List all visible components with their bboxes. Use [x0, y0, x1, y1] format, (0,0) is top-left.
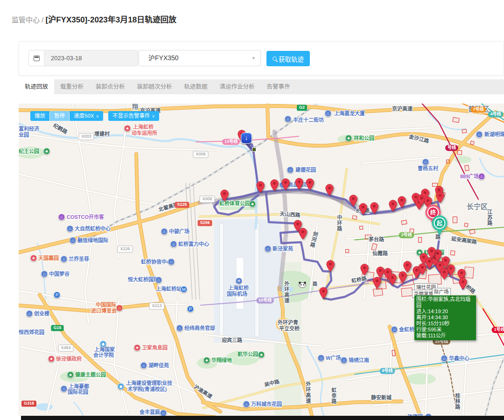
building-poi-icon[interactable]: ⌂ [176, 325, 183, 332]
track-point-pin[interactable] [295, 178, 303, 192]
parking-poi-icon[interactable]: P [54, 292, 61, 299]
building-poi-icon[interactable]: ⌂ [70, 237, 77, 244]
pause-button[interactable]: 暂停 [50, 111, 69, 121]
track-point-pin[interactable] [270, 179, 279, 193]
track-point-pin[interactable] [388, 273, 397, 287]
track-point-pin[interactable] [220, 189, 229, 203]
park-poi-icon[interactable]: ♣ [67, 371, 74, 378]
track-point-pin[interactable] [389, 200, 397, 214]
parking-poi-icon[interactable]: P [187, 306, 194, 313]
tab-alarm-events[interactable]: 告警事件 [261, 79, 296, 94]
fetch-track-button[interactable]: 获取轨迹 [266, 51, 310, 66]
park-poi-icon[interactable]: ♣ [249, 201, 256, 208]
metro-line-badge: S125 [175, 202, 189, 208]
landmark-poi-icon[interactable]: ★ [134, 344, 141, 351]
track-point-pin[interactable] [440, 268, 448, 282]
building-poi-icon[interactable]: ⌂ [26, 310, 33, 317]
building-poi-icon[interactable]: ⌂ [155, 277, 162, 284]
track-point-pin[interactable] [398, 196, 406, 210]
building-poi-icon[interactable]: ⌂ [168, 259, 175, 266]
fence-polygon [453, 217, 457, 223]
landmark-poi-icon[interactable]: ★ [30, 255, 37, 262]
building-poi-icon[interactable]: ⌂ [61, 385, 68, 392]
track-point-pin[interactable] [370, 202, 378, 216]
tab-load-points[interactable]: 装卸点分析 [90, 79, 131, 94]
park-poi-icon[interactable]: ♣ [43, 148, 50, 155]
building-poi-icon[interactable]: ⌂ [170, 241, 177, 248]
building-poi-icon[interactable]: ⌂ [391, 326, 398, 333]
svg-text:起: 起 [436, 220, 443, 227]
park-poi-icon[interactable]: ♣ [203, 357, 210, 364]
track-point-pin[interactable] [326, 260, 335, 274]
road-number-badge: X213 [149, 302, 164, 309]
building-poi-icon[interactable]: ⌂ [140, 362, 147, 369]
track-point-pin[interactable] [436, 191, 444, 205]
building-poi-icon[interactable]: ⌂ [287, 167, 294, 174]
building-poi-icon[interactable]: ⌂ [441, 355, 448, 362]
building-poi-icon[interactable]: ⌂ [243, 401, 250, 408]
vehicle-position-marker[interactable]: ↓ [241, 133, 252, 144]
tab-track-data[interactable]: 轨迹数据 [178, 79, 214, 94]
track-point-pin[interactable] [325, 184, 334, 198]
track-point-pin[interactable] [359, 203, 367, 217]
map-label: 桂林路 [454, 393, 460, 410]
park-poi-icon[interactable]: ♣ [258, 351, 265, 358]
road-number-badge: X464 [58, 344, 73, 351]
map-label: 中国梦谷 [49, 271, 70, 277]
date-picker[interactable]: 2023-03-18 [28, 50, 138, 66]
building-poi-icon[interactable]: ⌂ [67, 225, 74, 232]
fence-polygon [464, 223, 468, 227]
park-poi-icon[interactable]: ♣ [345, 135, 352, 142]
track-point-pin[interactable] [299, 228, 307, 242]
building-poi-icon[interactable]: ⌂ [41, 271, 48, 278]
track-point-pin[interactable] [459, 278, 467, 292]
school-poi-icon[interactable]: ◆ [100, 341, 107, 348]
breadcrumb-root[interactable]: 监管中心 [12, 16, 40, 24]
bottom-scrollbar[interactable] [21, 416, 504, 420]
building-poi-icon[interactable]: ⌂ [161, 228, 168, 235]
track-point-pin[interactable] [349, 195, 357, 209]
metro-station-icon[interactable]: M [181, 286, 188, 293]
shopping-poi-icon[interactable]: ⌂ [58, 214, 65, 221]
map-label: 虹幸路 [330, 387, 336, 404]
building-poi-icon[interactable]: ⌂ [476, 131, 483, 138]
map-canvas[interactable]: 京沪高速京沪高速普陀区翔上海嘉龙大厦丰庄十二街坊祥和公园新湖明珠城金沙江路曹杨五… [19, 104, 504, 416]
building-poi-icon[interactable]: ⌂ [61, 256, 68, 263]
track-point-pin[interactable] [319, 287, 328, 301]
building-poi-icon[interactable]: ⌂ [422, 159, 429, 166]
building-poi-icon[interactable]: ⌂ [425, 413, 432, 416]
shopping-poi-icon[interactable]: ⌂ [478, 173, 485, 180]
vehicle-select[interactable]: 沪FYX350 ▾ [139, 50, 261, 66]
track-point-pin[interactable] [281, 178, 290, 192]
date-value[interactable]: 2023-03-18 [44, 50, 138, 66]
track-point-pin[interactable] [360, 264, 369, 278]
tab-load-trips[interactable]: 装卸趟次分析 [131, 79, 178, 94]
tab-track-playback[interactable]: 轨迹回放 [19, 79, 54, 94]
track-point-pin[interactable] [403, 261, 412, 275]
building-poi-icon[interactable]: ⌂ [318, 355, 325, 362]
track-point-pin[interactable] [418, 263, 427, 277]
play-button[interactable]: 播放 [30, 111, 49, 121]
alarm-display-select[interactable]: 不显示告警事件∨ [108, 111, 159, 121]
map-label: 大自然虹桥中心 [75, 226, 111, 232]
building-poi-icon[interactable]: ⌂ [341, 357, 348, 364]
speed-select[interactable]: 速度50X∨ [70, 111, 103, 121]
track-point-pin[interactable] [306, 178, 314, 192]
building-poi-icon[interactable]: ⌂ [160, 410, 167, 416]
expo-poi-icon[interactable]: ⌂ [116, 305, 123, 312]
building-poi-icon[interactable]: ⌂ [265, 245, 272, 252]
start-marker[interactable]: 起 [431, 215, 448, 239]
building-poi-icon[interactable]: ⌂ [325, 110, 332, 117]
filter-card: 2023-03-18 沪FYX350 ▾ 获取轨迹 [19, 41, 504, 76]
landmark-poi-icon[interactable]: ★ [124, 125, 131, 132]
school-poi-icon[interactable]: ◆ [118, 383, 125, 390]
airport-poi-icon[interactable]: ✈ [236, 278, 243, 285]
tab-load-analysis[interactable]: 载重分析 [54, 79, 90, 94]
building-poi-icon[interactable]: ⌂ [285, 116, 292, 123]
track-point-pin[interactable] [256, 181, 265, 195]
landmark-poi-icon[interactable]: ★ [48, 356, 55, 363]
tab-cleaning-analysis[interactable]: 清运作业分析 [214, 79, 261, 94]
track-point-pin[interactable] [427, 247, 436, 261]
track-point-pin[interactable] [373, 277, 381, 291]
metro-line-badge: 10号线 [256, 297, 274, 303]
